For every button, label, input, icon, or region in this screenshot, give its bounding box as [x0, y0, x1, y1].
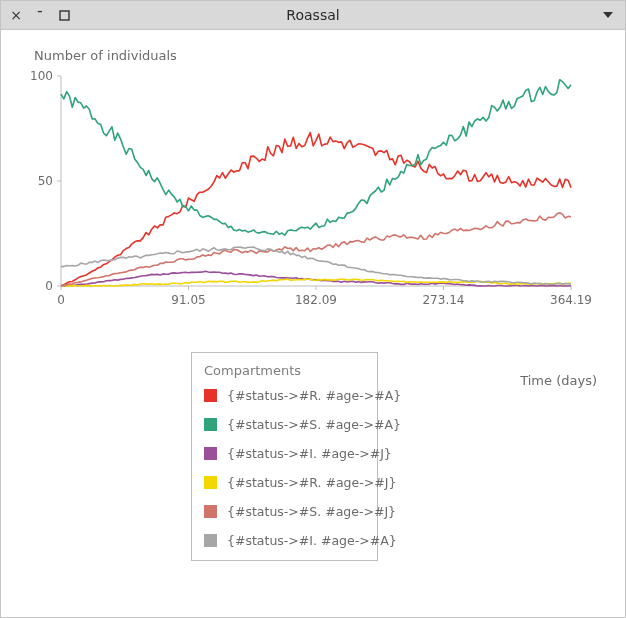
- legend-item: {#status->#S. #age->#J}: [204, 504, 365, 519]
- legend: Compartments {#status->#R. #age->#A}{#st…: [191, 352, 378, 561]
- legend-swatch: [204, 534, 217, 547]
- series-line: [61, 279, 571, 286]
- series-line: [61, 80, 571, 236]
- legend-item: {#status->#R. #age->#A}: [204, 388, 365, 403]
- legend-label: {#status->#I. #age->#J}: [227, 446, 392, 461]
- legend-label: {#status->#S. #age->#A}: [227, 417, 401, 432]
- svg-rect-0: [60, 11, 69, 20]
- maximize-icon[interactable]: [57, 8, 71, 22]
- legend-item: {#status->#R. #age->#J}: [204, 475, 365, 490]
- legend-swatch: [204, 476, 217, 489]
- roassal-window: × ‐ Roassal Number of individuals 050100…: [0, 0, 626, 618]
- menu-icon[interactable]: [601, 8, 615, 22]
- legend-swatch: [204, 447, 217, 460]
- x-tick-label: 91.05: [171, 293, 205, 307]
- titlebar: × ‐ Roassal: [1, 1, 625, 30]
- chart: Number of individuals 050100091.05182.09…: [29, 48, 597, 348]
- series-line: [61, 247, 571, 285]
- legend-swatch: [204, 418, 217, 431]
- legend-item: {#status->#S. #age->#A}: [204, 417, 365, 432]
- window-controls-right: [601, 8, 625, 22]
- svg-marker-1: [603, 12, 613, 18]
- legend-item: {#status->#I. #age->#J}: [204, 446, 365, 461]
- x-tick-label: 273.14: [422, 293, 464, 307]
- series-line: [61, 271, 571, 286]
- legend-label: {#status->#R. #age->#A}: [227, 388, 401, 403]
- legend-item: {#status->#I. #age->#A}: [204, 533, 365, 548]
- minimize-icon[interactable]: ‐: [33, 4, 47, 18]
- y-tick-label: 100: [30, 69, 53, 83]
- legend-label: {#status->#I. #age->#A}: [227, 533, 397, 548]
- legend-swatch: [204, 389, 217, 402]
- series-line: [61, 133, 571, 286]
- plot-svg: 050100091.05182.09273.14364.19: [29, 66, 599, 316]
- legend-swatch: [204, 505, 217, 518]
- close-icon[interactable]: ×: [9, 8, 23, 22]
- x-tick-label: 364.19: [550, 293, 592, 307]
- legend-label: {#status->#R. #age->#J}: [227, 475, 396, 490]
- y-axis-label: Number of individuals: [34, 48, 177, 63]
- y-tick-label: 0: [45, 279, 53, 293]
- window-title: Roassal: [1, 7, 625, 23]
- legend-label: {#status->#S. #age->#J}: [227, 504, 396, 519]
- x-tick-label: 0: [57, 293, 65, 307]
- x-axis-label: Time (days): [520, 373, 597, 388]
- y-tick-label: 50: [38, 174, 53, 188]
- window-controls-left: × ‐: [1, 8, 71, 22]
- content-area: Number of individuals 050100091.05182.09…: [1, 30, 625, 617]
- x-tick-label: 182.09: [295, 293, 337, 307]
- legend-title: Compartments: [204, 363, 365, 378]
